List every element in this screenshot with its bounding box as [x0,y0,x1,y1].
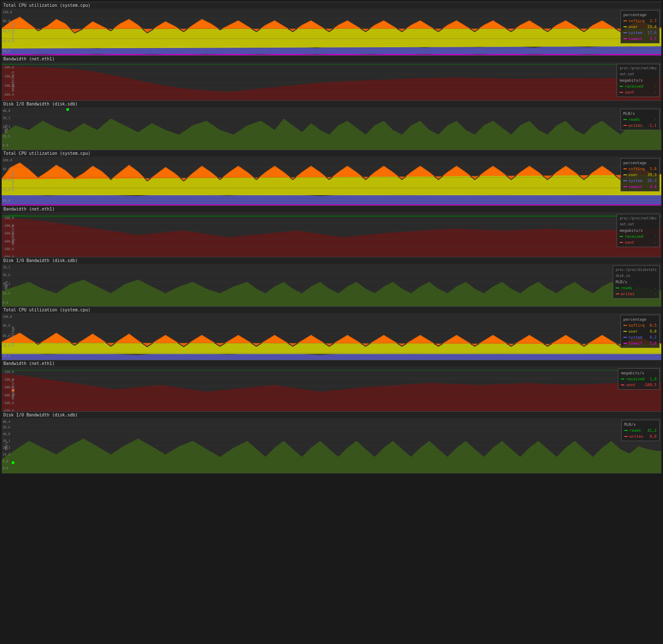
svg-text:-100,0: -100,0 [3,370,14,374]
chart-title-cpu2: Total CPU utilization (system.cpu) [2,150,661,157]
legend-value-received2: - [651,234,657,239]
chart-section-bw3: Bandwidth (net.eth1) -100,0 -200,0 -300,… [2,360,661,411]
reads-color-1 [623,119,627,120]
svg-text:19,5: 19,5 [3,291,10,295]
legend-label-sent1: sent [625,89,634,95]
legend-header-bw3: megabits/s [621,370,657,376]
legend-item-received3: received 1,8 [621,376,657,382]
legend-item-writes1: writes -1,1 [623,123,657,128]
user-color-2 [623,174,627,175]
user-color-1 [623,26,627,27]
chart-section-cpu1: Total CPU utilization (system.cpu) 1 [2,2,661,55]
svg-text:20,0: 20,0 [3,199,10,202]
legend-item-system3: system 6,2 [623,334,657,340]
legend-item-user2: user 39,3 [623,172,657,178]
chart-title-disk3: Disk I/O Bandwidth (disk.sdb) [2,411,661,418]
chart-title-bw3: Bandwidth (net.eth1) [2,360,661,367]
chart-title-disk1: Disk I/O Bandwidth (disk.sdb) [2,100,661,107]
legend-item-writes3: writes 0,0 [624,433,657,439]
chart-section-disk3: Disk I/O Bandwidth (disk.sdb) 68,4 [2,411,661,473]
legend-item-iowait2: iowait 4,4 [623,184,657,190]
legend-item-received2: received - [620,234,657,239]
legend-value-received1: - [651,83,657,89]
svg-text:0,0: 0,0 [3,466,9,470]
charts-container: Total CPU utilization (system.cpu) 1 [0,0,663,475]
legend-item-system1: system 17,6 [623,30,657,36]
chart-bw3: -100,0 -200,0 -300,0 -400,0 -500,0 -600,… [2,367,661,411]
legend-value-sent3: -349,5 [639,382,657,388]
iowait-color-2 [623,186,627,187]
svg-text:100,0: 100,0 [3,315,12,319]
legend-header-bw2: megabits/s [620,228,657,234]
chart-svg-disk2: 78,1 58,6 39,1 19,5 0,0 [2,264,661,306]
legend-label-sent2: sent [625,239,634,245]
chart-disk2: 78,1 58,6 39,1 19,5 0,0 MB/s proc:/proc/… [2,264,661,306]
legend-label-user1: user [629,24,638,30]
y-label-disk1: MB/s [5,124,9,132]
legend-value-reads3: 41,2 [644,427,657,433]
system-color-2 [623,180,627,181]
chart-section-disk2: Disk I/O Bandwidth (disk.sdb) 78,1 58,6 … [2,257,661,306]
legend-item-reads2: reads - [616,285,657,291]
svg-text:100,0: 100,0 [3,10,12,14]
legend-label-softirq1: softirq [629,18,645,24]
legend-value-iowait2: 4,4 [646,184,657,190]
legend-label-sent3: sent [626,382,635,388]
svg-text:40,0: 40,0 [3,39,10,43]
received-color-3 [621,379,624,379]
legend-label-received3: received [626,376,644,382]
chart-section-disk1: Disk I/O Bandwidth (disk.sdb) 48,8 39,1 … [2,100,661,150]
svg-text:0,0: 0,0 [3,301,9,305]
chart-title-cpu1: Total CPU utilization (system.cpu) [2,2,661,9]
svg-text:40,0: 40,0 [3,344,10,348]
chart-title-disk2: Disk I/O Bandwidth (disk.sdb) [2,257,661,264]
chart-bw2: -100,0 -200,0 -300,0 -400,0 -500,0 -600,… [2,212,661,257]
legend-value-sent2: - [651,239,657,245]
legend-item-softirq1: softirq 2,7 [623,18,657,24]
y-label-bw3: megabits/s [11,379,15,399]
svg-text:80,0: 80,0 [3,19,10,23]
svg-text:-100,0: -100,0 [3,66,14,69]
legend-header-disk1: MiB/s [623,111,657,117]
svg-text:19,5: 19,5 [3,453,10,456]
svg-text:20,0: 20,0 [3,49,10,53]
legend-label-received1: received [625,83,643,89]
y-label-cpu3: percentage [11,326,15,347]
chart-svg-cpu1: 100,0 80,0 60,0 40,0 20,0 0,0 [2,9,661,55]
reads-color-2 [616,288,619,288]
legend-label-writes1: writes [629,123,643,128]
legend-disk1: MiB/s reads - writes -1,1 [620,109,660,130]
legend-cpu2: percentage softirq 5,8 user 39,3 system … [620,158,660,191]
legend-bw3: megabits/s received 1,8 sent -349,5 [618,368,660,390]
legend-header-cpu1: percentage [623,12,657,18]
svg-point-85 [12,462,14,464]
legend-value-user2: 39,3 [644,172,657,178]
softirq-color-2 [623,168,627,169]
legend-value-system1: 17,6 [644,30,657,36]
chart-svg-bw1: -100,0 -200,0 -300,0 -400,0 [2,62,661,100]
legend-disk3: MiB/s reads 41,2 writes 0,0 [621,420,660,441]
legend-label-system1: system [629,30,643,36]
received-color-2 [620,236,623,237]
svg-text:19,5: 19,5 [3,134,10,138]
legend-value-softirq2: 5,8 [646,166,657,172]
svg-text:-100,0: -100,0 [3,216,14,220]
legend-label-writes2: writes [621,291,635,297]
legend-value-softirq3: 0,5 [646,322,657,328]
svg-text:9,8: 9,8 [3,459,9,463]
svg-text:40,0: 40,0 [3,188,10,192]
writes-color-2 [616,294,619,294]
legend-value-writes3: 0,0 [646,433,657,439]
system-color-3 [623,337,627,338]
chart-title-bw2: Bandwidth (net.eth1) [2,205,661,212]
system-color-1 [623,32,627,33]
legend-label-system2: system [629,178,643,184]
legend-item-sent3: sent -349,5 [621,382,657,388]
svg-text:60,0: 60,0 [3,178,10,182]
legend-header-cpu3: percentage [623,316,657,322]
legend-item-iowait1: iowait 3,7 [623,36,657,42]
legend-label-iowait2: iowait [629,184,643,190]
svg-text:39,1: 39,1 [3,116,10,120]
legend-value-softirq1: 2,7 [646,18,657,24]
chart-bw1: -100,0 -200,0 -300,0 -400,0 megabits/s p… [2,62,661,100]
